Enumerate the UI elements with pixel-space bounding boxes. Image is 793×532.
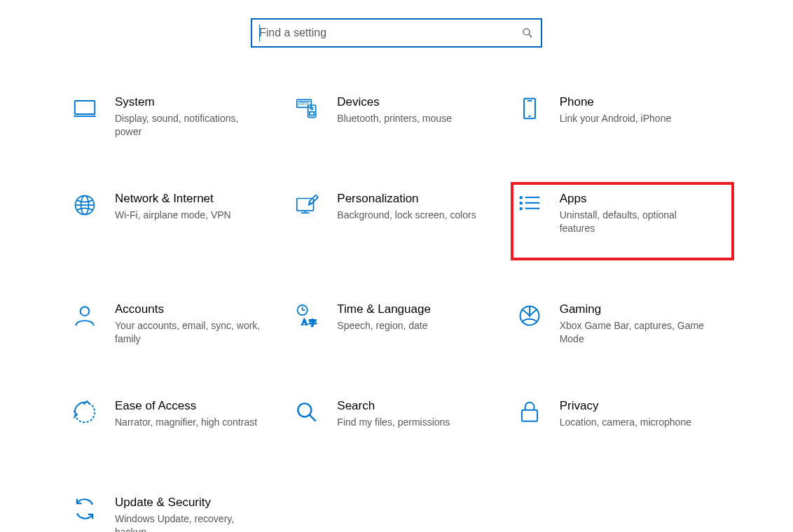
svg-rect-21: [519, 207, 522, 210]
apps-icon: [515, 190, 544, 220]
tile-title: Devices: [337, 95, 502, 109]
tile-desc: Location, camera, microphone: [560, 416, 707, 429]
tile-desc: Your accounts, email, sync, work, family: [115, 319, 262, 346]
tile-title: Search: [337, 399, 502, 413]
devices-icon: [292, 94, 322, 123]
tile-title: Phone: [560, 95, 724, 109]
tile-desc: Wi-Fi, airplane mode, VPN: [115, 209, 262, 222]
tile-title: Time & Language: [337, 302, 502, 316]
tile-title: Privacy: [560, 399, 724, 413]
tile-desc: Find my files, permissions: [337, 416, 484, 429]
svg-rect-10: [524, 99, 535, 119]
tile-title: Apps: [560, 192, 722, 206]
gaming-icon: [515, 301, 544, 330]
tile-title: Ease of Access: [115, 399, 280, 413]
svg-text:A: A: [301, 317, 308, 327]
tile-accounts[interactable]: Accounts Your accounts, email, sync, wor…: [70, 297, 285, 353]
privacy-icon: [515, 398, 544, 427]
tile-apps[interactable]: Apps Uninstall, defaults, optional featu…: [515, 186, 730, 256]
tile-gaming[interactable]: Gaming Xbox Game Bar, captures, Game Mod…: [515, 297, 730, 353]
tile-search[interactable]: Search Find my files, permissions: [292, 393, 507, 449]
tile-personalization[interactable]: Personalization Background, lock screen,…: [292, 186, 507, 242]
tile-system[interactable]: System Display, sound, notifications, po…: [70, 90, 285, 146]
tile-update-security[interactable]: Update & Security Windows Update, recove…: [70, 490, 285, 532]
svg-point-26: [298, 305, 308, 315]
svg-point-25: [81, 307, 90, 316]
phone-icon: [515, 94, 544, 123]
tile-desc: Link your Android, iPhone: [560, 112, 707, 125]
svg-point-0: [523, 29, 530, 35]
update-security-icon: [70, 494, 99, 524]
svg-line-33: [310, 415, 316, 421]
tile-title: System: [115, 95, 280, 109]
tile-desc: Xbox Game Bar, captures, Game Mode: [560, 319, 707, 346]
search-tile-icon: [292, 398, 322, 427]
svg-text:字: 字: [309, 318, 317, 327]
tile-desc: Background, lock screen, colors: [337, 209, 484, 222]
tile-desc: Windows Update, recovery, backup: [115, 512, 262, 532]
personalization-icon: [292, 190, 322, 220]
svg-rect-2: [75, 101, 95, 114]
tile-desc: Bluetooth, printers, mouse: [337, 112, 484, 125]
accounts-icon: [70, 301, 99, 330]
tile-devices[interactable]: Devices Bluetooth, printers, mouse: [292, 90, 507, 146]
tile-desc: Speech, region, date: [337, 319, 484, 332]
tile-ease-of-access[interactable]: Ease of Access Narrator, magnifier, high…: [70, 393, 285, 449]
system-icon: [70, 94, 99, 123]
search-input[interactable]: [259, 27, 521, 39]
tile-title: Update & Security: [115, 496, 280, 510]
tile-title: Network & Internet: [115, 192, 280, 206]
tile-title: Personalization: [337, 192, 502, 206]
svg-rect-19: [519, 196, 522, 199]
svg-rect-34: [522, 410, 537, 421]
search-icon: [521, 27, 534, 39]
time-language-icon: A 字: [292, 301, 322, 330]
svg-point-8: [311, 107, 313, 109]
svg-rect-20: [519, 202, 522, 204]
svg-point-32: [298, 403, 312, 416]
ease-of-access-icon: [70, 398, 99, 427]
network-icon: [70, 190, 99, 220]
tile-title: Gaming: [560, 302, 724, 316]
tile-time-language[interactable]: A 字 Time & Language Speech, region, date: [292, 297, 507, 353]
tile-desc: Narrator, magnifier, high contrast: [115, 416, 262, 429]
svg-rect-9: [310, 112, 314, 115]
tile-desc: Uninstall, defaults, optional features: [560, 209, 707, 235]
tile-title: Accounts: [115, 302, 280, 316]
settings-grid: System Display, sound, notifications, po…: [0, 90, 793, 532]
tile-network[interactable]: Network & Internet Wi-Fi, airplane mode,…: [70, 186, 285, 242]
tile-phone[interactable]: Phone Link your Android, iPhone: [515, 90, 730, 146]
tile-desc: Display, sound, notifications, power: [115, 112, 262, 139]
search-box[interactable]: [251, 18, 542, 48]
svg-line-1: [529, 34, 532, 37]
tile-privacy[interactable]: Privacy Location, camera, microphone: [515, 393, 730, 449]
